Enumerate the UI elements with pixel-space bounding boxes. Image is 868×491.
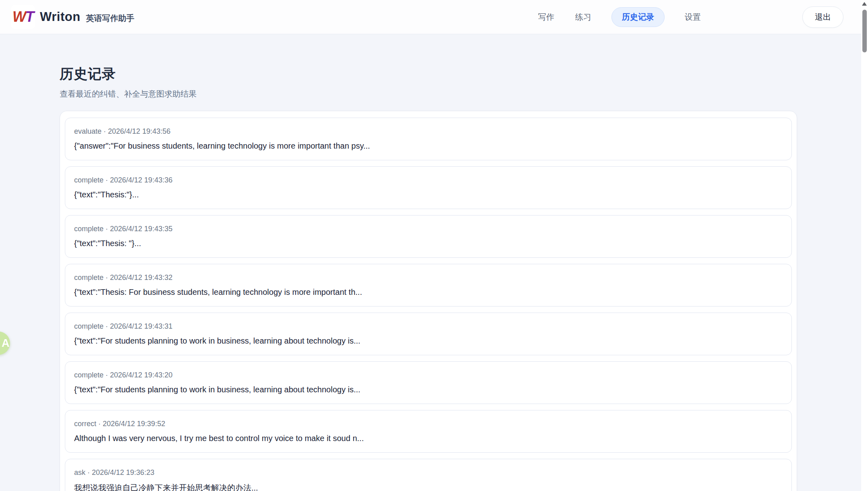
history-record-card: ask · 2026/4/12 19:36:23 我想说我强迫自己冷静下来并开始…	[65, 459, 792, 491]
record-meta: complete · 2026/4/12 19:43:32	[74, 273, 783, 282]
record-preview: {"text":"Thesis:"}...	[74, 190, 783, 199]
record-meta: correct · 2026/4/12 19:39:52	[74, 420, 783, 428]
page-title: 历史记录	[60, 65, 797, 83]
history-record-card: complete · 2026/4/12 19:43:20 {"text":"F…	[65, 361, 792, 404]
top-navbar: WT Writon 英语写作助手 写作练习历史记录设置 退出	[0, 0, 861, 34]
history-record-card: complete · 2026/4/12 19:43:35 {"text":"T…	[65, 215, 792, 258]
record-preview: {"answer":"For business students, learni…	[74, 141, 783, 151]
scrollbar	[861, 0, 868, 491]
brand-tagline: 英语写作助手	[86, 10, 135, 24]
brand: WT Writon 英语写作助手	[11, 5, 135, 29]
logout-button[interactable]: 退出	[802, 6, 843, 28]
history-list-panel: evaluate · 2026/4/12 19:43:56 {"answer":…	[60, 111, 797, 491]
nav-item-1[interactable]: 练习	[574, 8, 592, 27]
nav-item-active-2[interactable]: 历史记录	[611, 7, 665, 27]
logo-letter-w: W	[12, 8, 25, 25]
record-meta: complete · 2026/4/12 19:43:20	[74, 371, 783, 379]
record-meta: complete · 2026/4/12 19:43:36	[74, 176, 783, 184]
record-preview: Although I was very nervous, I try me be…	[74, 434, 783, 443]
scrollbar-up-arrow-icon[interactable]	[862, 2, 867, 6]
brand-name: Writon	[40, 10, 81, 24]
history-record-card: complete · 2026/4/12 19:43:31 {"text":"F…	[65, 313, 792, 355]
history-record-card: correct · 2026/4/12 19:39:52 Although I …	[65, 410, 792, 453]
logo-letter-t: T	[25, 8, 33, 25]
history-record-card: complete · 2026/4/12 19:43:36 {"text":"T…	[65, 166, 792, 209]
record-preview: 我想说我强迫自己冷静下来并开始思考解决的办法...	[74, 483, 783, 491]
record-preview: {"text":"Thesis: For business students, …	[74, 288, 783, 297]
writon-logo: WT	[11, 5, 35, 29]
page-subtitle: 查看最近的纠错、补全与意图求助结果	[60, 89, 797, 99]
history-record-card: evaluate · 2026/4/12 19:43:56 {"answer":…	[65, 118, 792, 160]
assistant-label: A	[2, 337, 10, 350]
floating-assistant-button[interactable]: A	[0, 331, 10, 355]
history-page: 历史记录 查看最近的纠错、补全与意图求助结果 evaluate · 2026/4…	[60, 0, 797, 491]
record-preview: {"text":"For students planning to work i…	[74, 385, 783, 394]
history-record-card: complete · 2026/4/12 19:43:32 {"text":"T…	[65, 264, 792, 307]
scrollbar-thumb[interactable]	[862, 10, 867, 52]
main-nav: 写作练习历史记录设置	[537, 7, 702, 27]
logo-wt-monogram: WT	[12, 8, 33, 25]
record-preview: {"text":"Thesis: "}...	[74, 239, 783, 248]
nav-item-3[interactable]: 设置	[684, 8, 702, 27]
record-meta: evaluate · 2026/4/12 19:43:56	[74, 127, 783, 136]
record-meta: complete · 2026/4/12 19:43:35	[74, 225, 783, 233]
record-meta: complete · 2026/4/12 19:43:31	[74, 322, 783, 331]
record-preview: {"text":"For students planning to work i…	[74, 336, 783, 346]
record-meta: ask · 2026/4/12 19:36:23	[74, 468, 783, 477]
nav-item-0[interactable]: 写作	[537, 8, 555, 27]
